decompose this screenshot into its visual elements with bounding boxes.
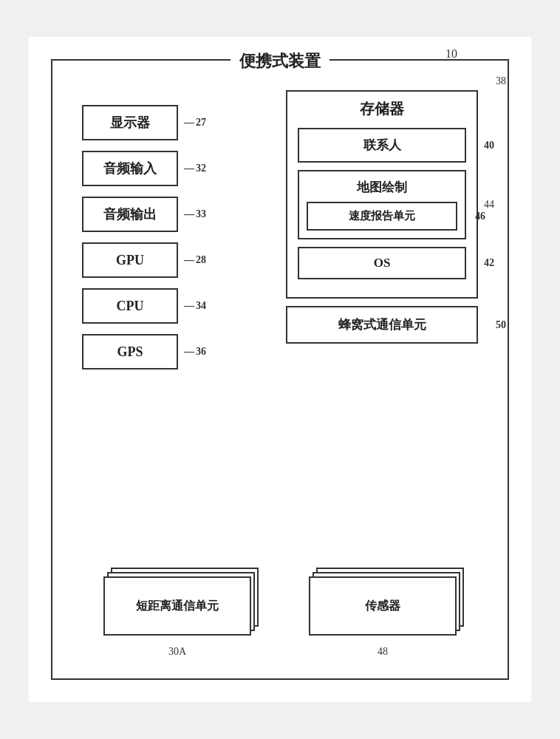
audio-input-box: 音频输入 32 bbox=[82, 151, 178, 186]
display-ref: 27 bbox=[184, 117, 206, 129]
contacts-box: 联系人 40 bbox=[298, 128, 466, 163]
page: 便携式装置 显示器 27 音频输入 32 音频输出 33 GPU 28 CPU bbox=[29, 37, 531, 702]
sensor-ref: 48 bbox=[378, 646, 388, 658]
gpu-box: GPU 28 bbox=[82, 242, 178, 278]
sensor-front: 传感器 bbox=[309, 576, 457, 636]
audio-output-box: 音频输出 33 bbox=[82, 197, 178, 232]
os-box: OS 42 bbox=[298, 247, 466, 279]
diagram-ref-10: 10 bbox=[445, 47, 457, 61]
cellular-ref: 50 bbox=[496, 319, 506, 331]
outer-title: 便携式装置 bbox=[231, 50, 329, 72]
left-column: 显示器 27 音频输入 32 音频输出 33 GPU 28 CPU 34 GPS… bbox=[82, 105, 178, 370]
display-box: 显示器 27 bbox=[82, 105, 178, 140]
speed-box: 速度报告单元 46 bbox=[307, 202, 457, 231]
storage-ref: 38 bbox=[496, 75, 506, 87]
contacts-ref: 40 bbox=[484, 140, 494, 151]
sensor-group: 传感器 48 bbox=[309, 568, 457, 641]
cpu-ref: 34 bbox=[184, 300, 206, 312]
storage-box: 38 存储器 联系人 40 44 地图绘制 速度报告单元 46 bbox=[286, 90, 478, 299]
gps-ref: 36 bbox=[184, 346, 206, 358]
cellular-box: 蜂窝式通信单元 50 bbox=[286, 306, 478, 344]
gps-box: GPS 36 bbox=[82, 334, 178, 370]
right-column: 38 存储器 联系人 40 44 地图绘制 速度报告单元 46 bbox=[286, 90, 478, 344]
map-ref: 44 bbox=[484, 199, 494, 211]
cpu-box: CPU 34 bbox=[82, 288, 178, 324]
short-range-front: 短距离通信单元 bbox=[103, 576, 251, 636]
speed-ref: 46 bbox=[475, 211, 485, 222]
map-box: 44 地图绘制 速度报告单元 46 bbox=[298, 170, 466, 239]
audio-input-ref: 32 bbox=[184, 163, 206, 174]
gpu-ref: 28 bbox=[184, 254, 206, 266]
storage-title: 存储器 bbox=[298, 99, 466, 119]
short-range-group: 短距离通信单元 30A bbox=[103, 568, 251, 641]
bottom-row: 短距离通信单元 30A 传感器 48 bbox=[75, 568, 485, 641]
short-range-ref: 30A bbox=[168, 646, 186, 658]
audio-output-ref: 33 bbox=[184, 208, 206, 220]
map-title: 地图绘制 bbox=[307, 179, 457, 196]
os-ref: 42 bbox=[484, 257, 494, 269]
outer-border: 便携式装置 显示器 27 音频输入 32 音频输出 33 GPU 28 CPU bbox=[51, 59, 509, 680]
